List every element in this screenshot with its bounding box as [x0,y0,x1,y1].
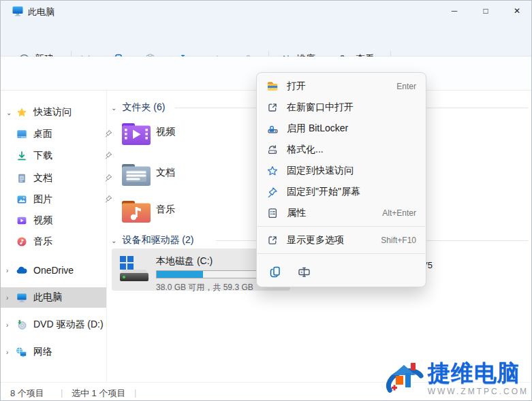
menu-item-enable-bitlocker[interactable]: 启用 BitLocker [257,118,426,139]
open-folder-icon [266,80,279,92]
sidebar-item-label: 文档 [33,172,52,185]
devices-group-header[interactable]: ⌄ 设备和驱动器 (2) [111,234,193,246]
folder-tile-label[interactable]: 文档 [156,167,175,179]
chevron-down-icon: ⌄ [111,104,116,112]
pin-icon [266,187,279,197]
sidebar-item-label: 音乐 [33,236,52,248]
quick-access-star-icon [16,107,27,118]
music-folder-icon[interactable] [121,199,152,225]
drive-name: 本地磁盘 (C:) [156,255,213,268]
sidebar-item-desktop[interactable]: 桌面 [1,125,121,144]
videos-folder-icon[interactable] [121,121,152,147]
watermark: 捷维电脑 WWW.ZMTPC.COM [381,358,529,399]
pin-icon [104,174,113,185]
menu-copy-button[interactable] [264,261,287,282]
status-divider: | [134,387,136,398]
bitlocker-lock-icon [266,123,279,134]
sidebar-item-label: 快速访问 [33,106,72,118]
drive-usage-detail: 38.0 GB 可用，共 59.3 GB [156,282,253,293]
sidebar-item-downloads[interactable]: 下载 [1,146,121,165]
sidebar-item-pictures[interactable]: 图片 [1,190,121,209]
menu-separator [257,253,425,254]
chevron-down-icon: ⌄ [111,237,116,244]
sidebar-item-documents[interactable]: 文档 [1,169,121,188]
sidebar-item-label: 图片 [33,193,52,206]
pin-icon [104,151,113,162]
menu-item-label: 固定到"开始"屏幕 [287,186,416,198]
menu-item-properties[interactable]: 属性 Alt+Enter [257,202,426,223]
more-options-icon [266,235,279,246]
this-pc-icon [12,5,24,17]
documents-icon [16,173,27,185]
pictures-icon [16,194,27,206]
menu-item-shortcut: Alt+Enter [382,208,416,218]
pin-icon [104,129,113,140]
documents-folder-icon[interactable] [121,162,152,188]
star-icon [266,165,279,176]
menu-item-label: 固定到快速访问 [287,165,416,177]
sidebar-item-label: 桌面 [33,128,52,140]
command-toolbar: 新建 ⌄ [1,21,532,57]
menu-item-label: 显示更多选项 [287,234,381,246]
sidebar-item-this-pc[interactable]: › 此电脑 [1,288,106,307]
chevron-right-icon: › [6,321,16,329]
sidebar-item-onedrive[interactable]: › OneDrive [1,261,106,280]
chevron-right-icon: › [6,349,16,356]
properties-icon [266,208,279,219]
drive-usage-fill [157,271,203,278]
sidebar-item-label: OneDrive [33,265,74,276]
folder-tile-label[interactable]: 音乐 [156,204,175,216]
menu-item-pin-to-quick-access[interactable]: 固定到快速访问 [257,160,426,181]
music-icon [16,236,27,248]
minimize-button[interactable]: ─ [439,1,470,21]
sidebar-item-videos[interactable]: 视频 [1,211,121,230]
sidebar-item-label: 视频 [33,214,52,227]
network-icon [16,347,27,358]
sidebar-item-dvd-drive[interactable]: › DVD 驱动器 (D:) CP [1,315,106,334]
menu-item-show-more-options[interactable]: 显示更多选项 Shift+F10 [257,229,426,251]
file-explorer-window: 此电脑 ─ □ ✕ 新建 ⌄ [0,0,532,401]
menu-item-open[interactable]: 打开 Enter [257,76,426,97]
status-divider: | [61,387,63,398]
videos-icon [16,215,27,227]
folder-tile-label[interactable]: 视频 [156,126,175,138]
watermark-site: WWW.ZMTPC.COM [428,387,529,396]
format-drive-icon [266,144,279,155]
sidebar-item-label: 下载 [33,150,52,162]
menu-item-shortcut: Enter [396,82,416,91]
rename-icon [298,266,311,278]
open-new-window-icon [266,102,279,113]
devices-group-label: 设备和驱动器 (2) [122,234,193,246]
desktop-icon [16,129,27,140]
folders-group-header[interactable]: ⌄ 文件夹 (6) [111,101,165,114]
dvd-drive-icon [16,319,27,331]
context-menu: 打开 Enter 在新窗口中打开 启用 BitLo [256,72,426,287]
close-button[interactable]: ✕ [501,1,532,21]
sidebar-item-network[interactable]: › 网络 [1,342,106,362]
this-pc-icon [16,292,27,304]
menu-separator [257,226,425,227]
chevron-down-icon: ⌄ [6,109,16,116]
menu-quick-actions-row [257,257,426,284]
menu-item-format[interactable]: 格式化... [257,139,426,160]
menu-item-label: 在新窗口中打开 [287,101,416,114]
items-count: 8 个项目 [10,387,44,400]
menu-rename-button[interactable] [292,261,315,282]
sidebar-item-quick-access[interactable]: ⌄ 快速访问 [1,103,106,122]
selected-count: 选中 1 个项目 [72,387,125,400]
watermark-logo-icon [381,358,425,399]
downloads-icon [16,150,27,162]
maximize-button[interactable]: □ [470,1,501,21]
watermark-brand: 捷维电脑 [428,361,529,385]
folders-group-label: 文件夹 (6) [122,101,165,114]
window-title: 此电脑 [28,6,54,18]
menu-item-shortcut: Shift+F10 [381,236,416,245]
menu-item-pin-to-start[interactable]: 固定到"开始"屏幕 [257,181,426,202]
menu-item-label: 打开 [287,80,396,93]
onedrive-icon [16,265,27,276]
title-bar: 此电脑 ─ □ ✕ [1,1,532,21]
menu-item-open-new-window[interactable]: 在新窗口中打开 [257,97,426,118]
chevron-right-icon: › [6,294,16,302]
sidebar-item-music[interactable]: 音乐 [1,232,121,251]
pin-icon [104,195,113,206]
